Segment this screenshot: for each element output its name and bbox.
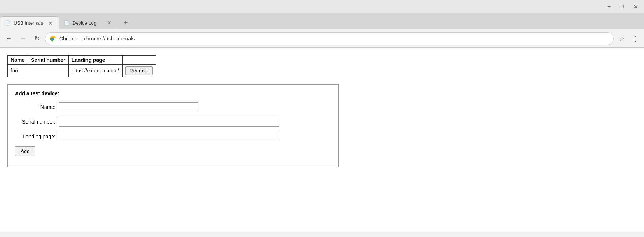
tab-device-log-icon: 📄 — [64, 20, 70, 26]
serial-label: Serial number: — [15, 119, 56, 125]
close-button[interactable]: ✕ — [631, 3, 640, 11]
add-row: Add — [15, 146, 331, 156]
nav-right-controls: ☆ ⋮ — [616, 33, 641, 45]
maximize-button[interactable]: □ — [618, 3, 626, 11]
title-bar: − □ ✕ — [0, 0, 644, 13]
tab-device-log-title: Device Log — [72, 20, 103, 26]
table-row: foo https://example.com/ Remove — [8, 65, 156, 77]
forward-button[interactable]: → — [17, 33, 29, 45]
landing-label: Landing page: — [15, 134, 56, 139]
reload-button[interactable]: ↻ — [31, 33, 43, 45]
col-header-landing: Landing page — [68, 56, 122, 65]
device-name-cell: foo — [8, 65, 28, 77]
add-device-form: Add a test device: Name: Serial number: … — [7, 84, 339, 167]
tab-usb-internals[interactable]: 📄 USB Internals ✕ — [0, 16, 59, 29]
new-tab-button[interactable]: + — [119, 16, 132, 29]
title-bar-controls: − □ ✕ — [605, 3, 640, 11]
col-header-action — [122, 56, 156, 65]
chrome-brand-label: Chrome — [59, 36, 78, 42]
landing-row: Landing page: — [15, 132, 331, 141]
add-device-title: Add a test device: — [15, 91, 331, 96]
tab-device-log-close[interactable]: ✕ — [106, 19, 113, 26]
device-action-cell: Remove — [122, 65, 156, 77]
name-input[interactable] — [59, 102, 198, 112]
add-button[interactable]: Add — [15, 146, 35, 156]
tab-usb-internals-title: USB Internals — [14, 20, 44, 26]
col-header-serial: Serial number — [28, 56, 68, 65]
device-table: Name Serial number Landing page foo http… — [7, 55, 156, 77]
serial-row: Serial number: — [15, 117, 331, 127]
address-bar[interactable]: Chrome chrome://usb-internals — [45, 32, 614, 45]
name-label: Name: — [15, 104, 56, 110]
col-header-name: Name — [8, 56, 28, 65]
url-text: chrome://usb-internals — [84, 36, 609, 42]
nav-bar: ← → ↻ Chrome chrome://usb-internals ☆ ⋮ — [0, 29, 644, 48]
remove-button[interactable]: Remove — [125, 66, 153, 75]
bookmark-button[interactable]: ☆ — [616, 33, 628, 45]
address-separator — [81, 36, 81, 42]
name-row: Name: — [15, 102, 331, 112]
menu-button[interactable]: ⋮ — [629, 33, 641, 45]
page-content: Name Serial number Landing page foo http… — [0, 48, 644, 232]
landing-input[interactable] — [59, 132, 279, 141]
serial-input[interactable] — [59, 117, 279, 127]
tab-bar: 📄 USB Internals ✕ 📄 Device Log ✕ + — [0, 13, 644, 29]
device-serial-cell — [28, 65, 68, 77]
tab-usb-internals-close[interactable]: ✕ — [47, 20, 54, 27]
back-button[interactable]: ← — [3, 33, 15, 45]
chrome-logo-icon — [50, 35, 56, 42]
tab-device-log[interactable]: 📄 Device Log ✕ — [59, 16, 118, 29]
tab-usb-internals-icon: 📄 — [5, 20, 11, 26]
minimize-button[interactable]: − — [605, 3, 613, 11]
device-landing-cell: https://example.com/ — [68, 65, 122, 77]
